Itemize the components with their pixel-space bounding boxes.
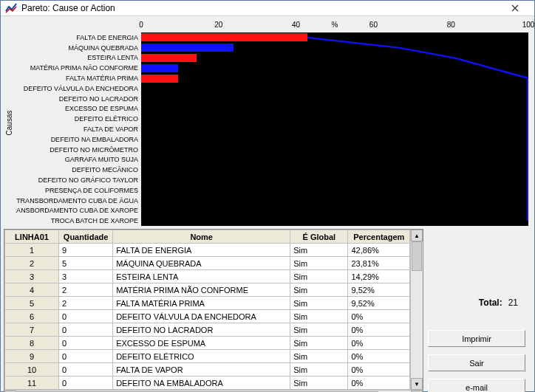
cell-percent: 9,52%	[348, 297, 410, 310]
cell-percent: 14,29%	[348, 270, 410, 283]
cell-global: Sim	[290, 376, 348, 390]
vertical-scrollbar[interactable]: ▲ ▼	[410, 230, 423, 390]
bar	[141, 44, 234, 52]
bar-row	[141, 185, 528, 196]
cell-index: 2	[5, 257, 59, 270]
category-label: TRANSBORDAMENTO CUBA DE XAROPE	[16, 206, 141, 216]
x-tick: 40	[292, 21, 300, 29]
side-panel: Total: 21 Imprimir Sair e-mail	[428, 229, 531, 392]
bar	[141, 33, 307, 41]
table-row[interactable]: 100FALTA DE VAPORSim0%	[5, 363, 410, 376]
category-label: DEFEITO NO LACRADOR	[16, 94, 141, 104]
scroll-down-button[interactable]: ▼	[411, 378, 423, 390]
total-value: 21	[508, 298, 518, 308]
pareto-window: Pareto: Cause or Action Causas 0 20 40 %…	[0, 0, 535, 392]
cell-quantidade: 0	[59, 323, 113, 337]
bar	[141, 54, 197, 62]
cell-quantidade: 0	[59, 337, 113, 350]
content: Causas 0 20 40 % 60 80 100 FALTA DE ENER…	[1, 16, 534, 392]
bar-row	[141, 114, 528, 124]
bar	[141, 64, 178, 72]
bar-row	[141, 94, 528, 104]
total-label: Total:	[479, 298, 502, 308]
cell-percent: 0%	[348, 323, 410, 337]
category-label: EXCESSO DE ESPUMA	[16, 104, 141, 114]
cell-nome: DEFEITO NA EMBALADORA	[113, 376, 290, 390]
data-grid[interactable]: LINHA01 Quantidade Nome É Global Percent…	[4, 229, 423, 392]
x-tick: 20	[214, 21, 222, 29]
scroll-up-button[interactable]: ▲	[411, 230, 423, 241]
category-label: MATÉRIA PRIMA NÃO CONFORME	[16, 63, 141, 73]
bar-row	[141, 145, 528, 155]
x-tick: 0	[139, 21, 143, 29]
cell-nome: DEFEITO ELÉTRICO	[113, 350, 290, 363]
cell-percent: 0%	[348, 376, 410, 390]
cell-nome: ESTEIRA LENTA	[113, 270, 290, 283]
category-label: MÁQUINA QUEBRADA	[16, 43, 141, 53]
cell-global: Sim	[290, 337, 348, 350]
cell-percent: 42,86%	[348, 244, 410, 257]
table-row[interactable]: 19FALTA DE ENERGIASim42,86%	[5, 244, 410, 257]
category-label: FALTA DE ENERGIA	[16, 32, 141, 43]
x-tick: 100	[522, 21, 535, 29]
col-header[interactable]: LINHA01	[5, 230, 59, 244]
table-row[interactable]: 52FALTA MATÉRIA PRIMASim9,52%	[5, 297, 410, 310]
table-row[interactable]: 42MATÉRIA PRIMA NÃO CONFORMESim9,52%	[5, 283, 410, 297]
category-labels: FALTA DE ENERGIAMÁQUINA QUEBRADAESTEIRA …	[16, 32, 141, 226]
table-row[interactable]: 90DEFEITO ELÉTRICOSim0%	[5, 350, 410, 363]
cell-index: 10	[5, 363, 59, 376]
cell-global: Sim	[290, 297, 348, 310]
total-display: Total: 21	[428, 298, 525, 308]
category-label: DEFEITO NO GRÁFICO TAYLOR	[16, 175, 141, 185]
cell-nome: EXCESSO DE ESPUMA	[113, 337, 290, 350]
cell-nome: MATÉRIA PRIMA NÃO CONFORME	[113, 283, 290, 297]
cell-global: Sim	[290, 257, 348, 270]
exit-button[interactable]: Sair	[428, 354, 525, 371]
cell-global: Sim	[290, 363, 348, 376]
cell-quantidade: 2	[59, 283, 113, 297]
cell-index: 11	[5, 376, 59, 390]
table-row[interactable]: 80EXCESSO DE ESPUMASim0%	[5, 337, 410, 350]
category-label: DEFEITO VÁLVULA DA ENCHEDORA	[16, 83, 141, 94]
app-icon	[5, 2, 17, 14]
close-button[interactable]	[500, 1, 530, 16]
col-header[interactable]: Nome	[113, 230, 290, 244]
table-row[interactable]: 25MÁQUINA QUEBRADASim23,81%	[5, 257, 410, 270]
cell-quantidade: 5	[59, 257, 113, 270]
lower-pane: LINHA01 Quantidade Nome É Global Percent…	[4, 229, 531, 392]
print-button[interactable]: Imprimir	[428, 330, 525, 347]
category-label: GARRAFA MUITO SUJA	[16, 155, 141, 165]
cell-index: 1	[5, 244, 59, 257]
scroll-thumb-v[interactable]	[412, 241, 422, 271]
bar-row	[141, 83, 528, 94]
cell-global: Sim	[290, 323, 348, 337]
x-unit: %	[332, 21, 338, 29]
bar-row	[141, 124, 528, 134]
cell-global: Sim	[290, 350, 348, 363]
email-button[interactable]: e-mail	[428, 379, 525, 392]
cell-global: Sim	[290, 310, 348, 323]
cell-index: 3	[5, 270, 59, 283]
table-row[interactable]: 70DEFEITO NO LACRADORSim0%	[5, 323, 410, 337]
bar-row	[141, 155, 528, 165]
category-label: DEFEITO NA EMBALADORA	[16, 134, 141, 145]
bar-row	[141, 63, 528, 73]
data-table: LINHA01 Quantidade Nome É Global Percent…	[4, 230, 410, 390]
cell-quantidade: 0	[59, 363, 113, 376]
table-row[interactable]: 110DEFEITO NA EMBALADORASim0%	[5, 376, 410, 390]
cell-global: Sim	[290, 283, 348, 297]
col-header[interactable]: É Global	[290, 230, 348, 244]
bar-row	[141, 73, 528, 83]
category-label: FALTA MATÉRIA PRIMA	[16, 73, 141, 83]
table-row[interactable]: 60DEFEITO VÁLVULA DA ENCHEDORASim0%	[5, 310, 410, 323]
category-label: DEFEITO NO MICRÔMETRO	[16, 145, 141, 155]
bar-row	[141, 196, 528, 206]
table-row[interactable]: 33ESTEIRA LENTASim14,29%	[5, 270, 410, 283]
cell-quantidade: 0	[59, 310, 113, 323]
cell-nome: FALTA DE ENERGIA	[113, 244, 290, 257]
col-header[interactable]: Quantidade	[59, 230, 113, 244]
cell-global: Sim	[290, 244, 348, 257]
bar-row	[141, 216, 528, 226]
col-header[interactable]: Percentagem	[348, 230, 410, 244]
cell-global: Sim	[290, 270, 348, 283]
